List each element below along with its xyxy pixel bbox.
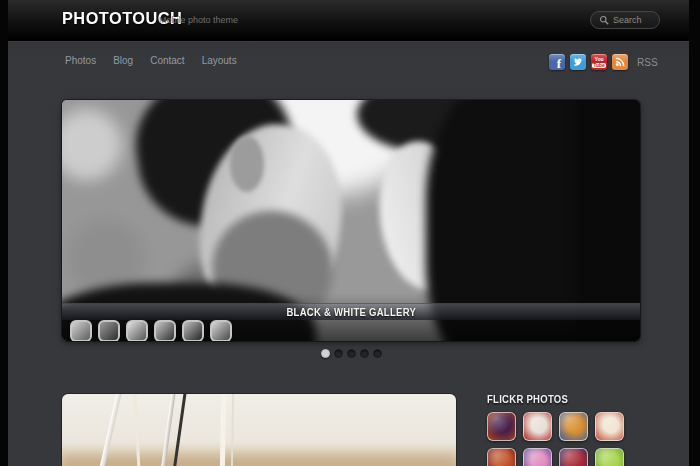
photo-slider[interactable]: BLACK & WHITE GALLERY [62, 100, 640, 341]
flickr-grid [487, 412, 637, 466]
photo-region [83, 394, 124, 466]
flickr-thumbnail[interactable] [595, 412, 624, 441]
slider-thumbnail[interactable] [126, 320, 148, 341]
slider-thumbnail[interactable] [70, 320, 92, 341]
slider-thumbnail[interactable] [182, 320, 204, 341]
search-input[interactable]: Search [590, 11, 660, 29]
rss-icon[interactable] [612, 54, 628, 70]
search-placeholder: Search [613, 16, 642, 25]
photo-region [230, 136, 265, 191]
social-links: f You Tube RSS [549, 54, 658, 70]
page-background: PHOTOTOUCH Mobile photo theme Search Pho… [0, 0, 700, 466]
photo-region [133, 394, 144, 466]
nav-item-layouts[interactable]: Layouts [202, 55, 237, 66]
slider-thumbnail[interactable] [154, 320, 176, 341]
flickr-thumbnail[interactable] [559, 448, 588, 466]
header: PHOTOTOUCH Mobile photo theme Search [8, 0, 689, 41]
flickr-thumbnail[interactable] [559, 412, 588, 441]
flickr-section: FLICKR PHOTOS [487, 394, 637, 466]
photo-region [62, 456, 456, 466]
page: PHOTOTOUCH Mobile photo theme Search Pho… [8, 0, 689, 466]
youtube-icon[interactable]: You Tube [591, 54, 607, 70]
photo-region [230, 394, 235, 466]
facebook-icon[interactable]: f [549, 54, 565, 70]
slider-dots [62, 349, 640, 358]
slider-thumbnails [70, 320, 232, 341]
slider-caption-bar: BLACK & WHITE GALLERY [62, 303, 640, 320]
flickr-thumbnail[interactable] [523, 448, 552, 466]
rss-glyph [614, 56, 626, 68]
slider-dot[interactable] [334, 349, 343, 358]
twitter-icon[interactable] [570, 54, 586, 70]
nav-item-blog[interactable]: Blog [113, 55, 133, 66]
slider-dot[interactable] [360, 349, 369, 358]
flickr-thumbnail[interactable] [487, 412, 516, 441]
rss-label[interactable]: RSS [637, 57, 658, 68]
nav-item-contact[interactable]: Contact [150, 55, 184, 66]
main-nav: Photos Blog Contact Layouts [65, 55, 237, 66]
flickr-thumbnail[interactable] [595, 448, 624, 466]
flickr-thumbnail[interactable] [523, 412, 552, 441]
nav-item-photos[interactable]: Photos [65, 55, 96, 66]
twitter-bird-glyph [572, 56, 584, 68]
slider-dot[interactable] [373, 349, 382, 358]
photo-region [218, 394, 226, 466]
site-tagline: Mobile photo theme [159, 15, 238, 25]
post-photo[interactable] [62, 394, 456, 466]
slider-dot[interactable] [347, 349, 356, 358]
flickr-title: FLICKR PHOTOS [487, 394, 630, 405]
slider-thumbnail[interactable] [98, 320, 120, 341]
flickr-thumbnail[interactable] [487, 448, 516, 466]
search-icon [599, 15, 609, 25]
slider-thumbnail[interactable] [210, 320, 232, 341]
slider-caption[interactable]: BLACK & WHITE GALLERY [286, 307, 416, 318]
slider-dot[interactable] [321, 349, 330, 358]
